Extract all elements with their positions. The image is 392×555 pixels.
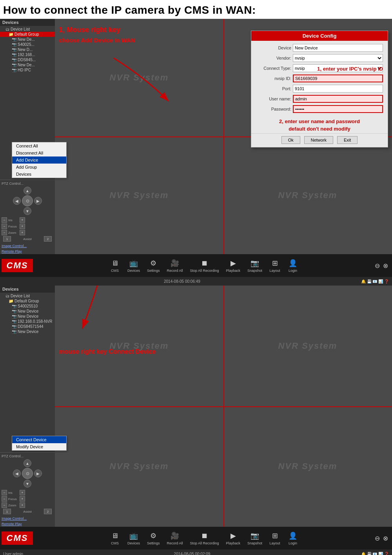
menu-add-device[interactable]: Add Device	[12, 156, 66, 164]
btn-exit[interactable]: Exit	[337, 136, 358, 144]
b-toolbar-item-snapshot[interactable]: 📷 Snapshot	[247, 531, 262, 545]
b-tree-item-3[interactable]: 📷New Device	[0, 314, 55, 319]
ptz-center-b[interactable]: ⊙	[22, 468, 33, 479]
select-vendor[interactable]: nvsip	[293, 54, 383, 62]
layout-label: Layout	[270, 269, 280, 273]
b-tree-item-4[interactable]: 📷192.168.0.158-NVR	[0, 319, 55, 324]
assist-1[interactable]: 1	[3, 236, 11, 242]
ptz-section-bottom: PTZ Control... ▲ ◀ ⊙ ▶	[0, 452, 55, 516]
focus-minus[interactable]: −	[2, 224, 7, 229]
tree-item-6[interactable]: 📷New De...	[0, 62, 55, 67]
b-close-icon[interactable]: ⊗	[383, 535, 388, 542]
tree-item-7[interactable]: 📷HD IPC	[0, 67, 55, 73]
close-icon[interactable]: ⊗	[383, 262, 388, 269]
b-assist-1[interactable]: 1	[3, 509, 11, 514]
toolbar-item-stop-recording[interactable]: ⏹ Stop All Recording	[190, 258, 219, 273]
b-tree-item-2[interactable]: 📷New Device	[0, 309, 55, 314]
toolbar-item-settings[interactable]: ⚙ Settings	[147, 258, 160, 273]
top-panel-content: Devices 🗂Device List 📁Default Group 📷New…	[0, 19, 392, 254]
toolbar-item-cms[interactable]: 🖥 CMS	[109, 258, 120, 273]
ptz-down[interactable]: ▼	[24, 207, 31, 215]
toolbar-item-devices[interactable]: 📺 Devices	[127, 258, 140, 273]
annotation-userpass: 2, enter user name and password	[251, 118, 388, 126]
b-assist-2[interactable]: 2	[44, 509, 52, 514]
ptz-left[interactable]: ◀	[13, 197, 21, 205]
b-nvr-watermark-tr: NVR System	[278, 341, 338, 351]
menu-add-group[interactable]: Add Group	[12, 164, 66, 171]
tree-item-2[interactable]: 📷S40025...	[0, 42, 55, 47]
b-tree-item-5[interactable]: 📷DDS84571544	[0, 324, 55, 329]
btn-network[interactable]: Network	[304, 136, 333, 144]
b-zoom-plus[interactable]: +	[20, 502, 25, 508]
input-port[interactable]	[293, 85, 383, 93]
b-toolbar-item-devices[interactable]: 📺 Devices	[127, 531, 140, 545]
remote-play-top[interactable]: Remote Play	[0, 249, 55, 254]
b-iris-plus[interactable]: +	[20, 490, 25, 495]
ptz-right-b[interactable]: ▶	[34, 469, 42, 477]
input-nvsip-id[interactable]	[293, 75, 383, 82]
toolbar-item-layout[interactable]: ⊞ Layout	[269, 258, 280, 273]
toolbar-item-record-all[interactable]: 🎥 Record All	[167, 258, 183, 273]
zoom-minus[interactable]: −	[2, 230, 7, 235]
b-snapshot-icon: 📷	[249, 531, 260, 540]
b-focus-plus[interactable]: +	[20, 496, 25, 502]
b-toolbar-item-cms[interactable]: 🖥 CMS	[109, 531, 120, 545]
b-focus-minus[interactable]: −	[2, 496, 7, 502]
b-iris-minus[interactable]: −	[2, 490, 7, 495]
b-stop-recording-label: Stop All Recording	[190, 541, 219, 545]
ptz-left-b[interactable]: ◀	[13, 469, 21, 477]
b-toolbar-item-playback[interactable]: ▶ Playback	[226, 531, 241, 545]
image-control-top[interactable]: Image Control...	[0, 243, 55, 249]
menu-connect-device[interactable]: Connect Device	[12, 436, 66, 443]
toolbar-item-playback[interactable]: ▶ Playback	[226, 258, 241, 273]
b-tree-item-6[interactable]: 📷New Device	[0, 329, 55, 334]
menu-connect-all[interactable]: Connect All	[12, 142, 66, 149]
iris-minus[interactable]: −	[2, 217, 7, 223]
tree-item-1[interactable]: 📷New De...	[0, 37, 55, 42]
stop-recording-icon: ⏹	[199, 258, 210, 268]
input-username[interactable]	[293, 95, 383, 103]
toolbar-item-login[interactable]: 👤 Login	[287, 258, 298, 273]
focus-plus[interactable]: +	[20, 224, 25, 229]
ptz-up[interactable]: ▲	[24, 187, 31, 195]
tree-default-group[interactable]: 📁Default Group	[0, 32, 55, 37]
iris-plus[interactable]: +	[20, 217, 25, 223]
tree-item-4[interactable]: 📷192.168...	[0, 52, 55, 57]
btn-ok[interactable]: Ok	[281, 136, 300, 144]
b-toolbar-item-layout[interactable]: ⊞ Layout	[269, 531, 280, 545]
b-toolbar-item-login[interactable]: 👤 Login	[287, 531, 298, 545]
ptz-center[interactable]: ⊙	[22, 195, 33, 206]
assist-2[interactable]: 2	[44, 236, 52, 242]
input-password[interactable]	[293, 105, 383, 113]
tree-item-3[interactable]: 📷New D...	[0, 47, 55, 52]
b-video-cell-tr: NVR System	[223, 286, 392, 406]
ptz-right[interactable]: ▶	[34, 197, 42, 205]
devices-header: Devices	[0, 19, 55, 26]
toolbar-icons-bottom: 🖥 CMS 📺 Devices ⚙ Settings 🎥 Record All …	[33, 531, 375, 545]
b-toolbar-item-record-all[interactable]: 🎥 Record All	[167, 531, 183, 545]
toolbar-item-snapshot[interactable]: 📷 Snapshot	[247, 258, 262, 273]
tree-item-5[interactable]: 📷DDS845...	[0, 57, 55, 62]
zoom-plus[interactable]: +	[20, 230, 25, 235]
b-zoom-minus[interactable]: −	[2, 502, 7, 508]
label-username: User name:	[256, 96, 291, 101]
ptz-up-b[interactable]: ▲	[24, 459, 31, 467]
input-device[interactable]	[293, 44, 383, 52]
bottom-panel-content: Devices 🗂Device List 📁Default Group 📷S40…	[0, 286, 392, 527]
ptz-down-b[interactable]: ▼	[24, 480, 31, 488]
b-minimize-icon[interactable]: ⊖	[375, 535, 380, 542]
b-toolbar-item-settings[interactable]: ⚙ Settings	[147, 531, 160, 545]
b-tree-item-1[interactable]: 📷S40025510	[0, 304, 55, 309]
b-toolbar-item-stop-recording[interactable]: ⏹ Stop All Recording	[190, 531, 219, 545]
b-video-cell-br: NVR System	[223, 406, 392, 527]
b-cms-label: CMS	[111, 541, 119, 545]
tree-default-group-bottom[interactable]: 📁Default Group	[0, 298, 55, 304]
ptz-sliders-bottom: − Iris + − Focus + − Zoom +	[2, 490, 53, 508]
minimize-icon[interactable]: ⊖	[375, 262, 380, 269]
menu-devices[interactable]: Devices	[12, 171, 66, 178]
menu-disconnect-all[interactable]: Disconnect All	[12, 149, 66, 156]
toolbar-icons-top: 🖥 CMS 📺 Devices ⚙ Settings 🎥 Record All …	[33, 258, 375, 273]
image-control-bottom[interactable]: Image Control...	[0, 516, 55, 521]
remote-play-bottom[interactable]: Remote Play	[0, 521, 55, 527]
menu-modify-device[interactable]: Modify Device	[12, 443, 66, 450]
